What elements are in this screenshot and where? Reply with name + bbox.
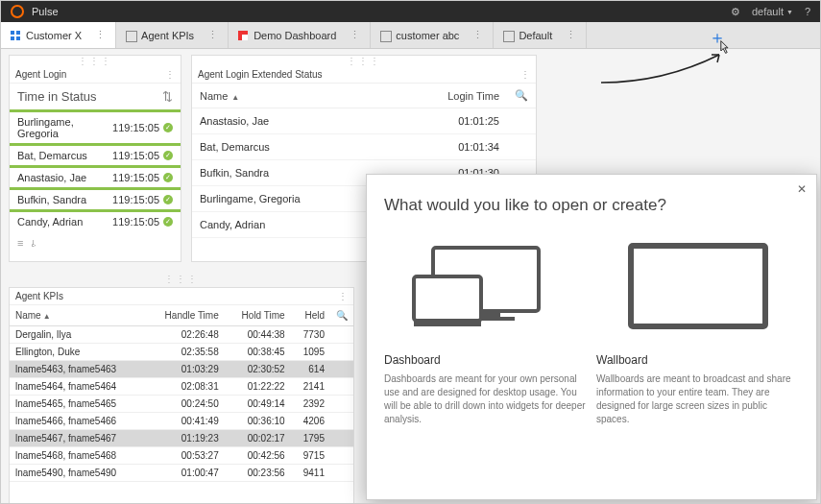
widget-icon <box>126 31 135 40</box>
time-value: 119:15:05 <box>112 172 159 183</box>
cell-name: lname5463, fname5463 <box>10 361 145 378</box>
cell-hold: 00:23:56 <box>225 465 291 482</box>
workspace-name: default <box>752 6 784 17</box>
status-ok-icon: ✓ <box>163 217 173 227</box>
tab-menu-icon[interactable]: ⋮ <box>200 29 218 41</box>
table-row[interactable]: lname5466, fname546600:41:4900:36:104206 <box>10 413 353 430</box>
grid-icon <box>11 31 20 40</box>
dashboard-illustration-icon <box>384 228 587 344</box>
drag-handle-icon[interactable]: ⋮⋮⋮ <box>9 274 354 284</box>
widget-title: Agent Login Extended Status <box>198 69 323 80</box>
tab-customer-abc[interactable]: customer abc ⋮ <box>371 22 494 48</box>
svg-rect-5 <box>631 246 765 326</box>
cell-held: 2392 <box>291 396 330 413</box>
cell-name: lname5490, fname5490 <box>10 465 145 482</box>
search-icon[interactable]: 🔍 <box>330 305 353 326</box>
agent-name: Burlingame, Gregoria <box>17 116 112 139</box>
tab-label: Demo Dashboard <box>254 30 336 41</box>
topbar: Pulse ⚙ default ▼ ? <box>1 1 820 22</box>
settings-gear-icon[interactable]: ⚙ <box>731 6 740 18</box>
help-icon[interactable]: ? <box>805 6 810 17</box>
widget-menu-icon[interactable]: ⋮ <box>520 69 530 80</box>
status-ok-icon: ✓ <box>163 195 173 204</box>
option-desc: Wallboards are meant to broadcast and sh… <box>596 372 799 426</box>
cell-name: lname5468, fname5468 <box>10 447 145 465</box>
time-value: 119:15:05 <box>112 216 159 228</box>
list-item[interactable]: Anastasio, Jae119:15:05✓ <box>10 165 181 187</box>
widget-agent-login: ⋮⋮⋮ Agent Login ⋮ Time in Status ⇅ Burli… <box>9 55 181 262</box>
cell-handle: 00:53:27 <box>145 447 224 465</box>
table-row[interactable]: lname5465, fname546500:24:5000:49:142392 <box>10 396 353 413</box>
cell-handle: 01:03:29 <box>145 361 224 378</box>
cell-held: 1795 <box>291 430 330 447</box>
tab-label: Default <box>519 30 552 41</box>
bars-icon[interactable]: ≡ <box>17 237 23 249</box>
chart-icon[interactable]: ⫰ <box>31 237 36 249</box>
cell-hold: 02:30:52 <box>225 361 291 378</box>
widget-agent-kpis: Agent KPIs ⋮ Name▲ Handle Time Hold Time… <box>9 287 354 504</box>
tab-default[interactable]: Default ⋮ <box>494 22 587 48</box>
time-value: 119:15:05 <box>112 194 159 205</box>
cell-name: lname5465, fname5465 <box>10 396 145 413</box>
col-handle-time[interactable]: Handle Time <box>145 305 224 326</box>
app-name: Pulse <box>32 6 59 17</box>
table-row[interactable]: lname5463, fname546301:03:2902:30:52614 <box>10 361 353 378</box>
widget-menu-icon[interactable]: ⋮ <box>165 69 175 80</box>
tab-menu-icon[interactable]: ⋮ <box>87 29 106 41</box>
table-row[interactable]: lname5464, fname546402:08:3101:22:222141 <box>10 378 353 396</box>
list-item[interactable]: Bat, Demarcus119:15:05✓ <box>10 143 181 165</box>
tab-agent-kpis[interactable]: Agent KPIs ⋮ <box>116 22 229 48</box>
list-item[interactable]: Bufkin, Sandra119:15:05✓ <box>10 187 181 209</box>
drag-handle-icon[interactable]: ⋮⋮⋮ <box>192 56 536 66</box>
table-row[interactable]: lname5490, fname549001:00:4700:23:569411 <box>10 465 353 482</box>
col-name-label: Name <box>200 90 228 102</box>
widget-icon <box>503 31 513 40</box>
tab-menu-icon[interactable]: ⋮ <box>465 29 483 41</box>
agent-name: Bufkin, Sandra <box>17 194 86 205</box>
cell-held: 1095 <box>291 344 330 361</box>
drag-handle-icon[interactable]: ⋮⋮⋮ <box>10 56 181 66</box>
option-dashboard[interactable]: Dashboard Dashboards are meant for your … <box>384 228 587 426</box>
option-wallboard[interactable]: Wallboard Wallboards are meant to broadc… <box>596 228 799 426</box>
workspace-dropdown[interactable]: default ▼ <box>752 6 793 17</box>
col-held[interactable]: Held <box>291 305 330 326</box>
table-row[interactable]: lname5468, fname546800:53:2700:42:569715 <box>10 447 353 465</box>
svg-rect-4 <box>414 321 481 326</box>
table-row[interactable]: lname5467, fname546701:19:2300:02:171795 <box>10 430 353 447</box>
cell-held: 4206 <box>291 413 330 430</box>
table-row[interactable]: Bat, Demarcus01:01:34 <box>192 134 536 160</box>
add-tab-button[interactable]: ＋ <box>709 26 726 49</box>
sort-asc-icon: ▲ <box>43 312 51 321</box>
open-or-create-dialog: ✕ What would you like to open or create?… <box>366 174 817 500</box>
col-hold-time[interactable]: Hold Time <box>225 305 291 326</box>
cell-name: Bat, Demarcus <box>192 134 392 160</box>
tab-customer-x[interactable]: Customer X ⋮ <box>1 22 116 48</box>
tab-menu-icon[interactable]: ⋮ <box>342 29 360 41</box>
cell-hold: 00:02:17 <box>225 430 291 447</box>
chevron-down-icon: ▼ <box>786 9 793 15</box>
tab-label: Agent KPIs <box>141 30 194 41</box>
cell-hold: 00:38:45 <box>225 344 291 361</box>
cell-name: lname5464, fname5464 <box>10 378 145 396</box>
close-icon[interactable]: ✕ <box>797 182 807 196</box>
col-held-label: Held <box>304 310 325 321</box>
table-row[interactable]: Ellington, Duke02:35:5800:38:451095 <box>10 344 353 361</box>
cell-held: 9411 <box>291 465 330 482</box>
cell-login-time: 01:01:25 <box>392 108 507 134</box>
table-row[interactable]: Dergalin, Ilya02:26:4800:44:387730 <box>10 326 353 344</box>
sort-icon[interactable]: ⇅ <box>162 89 173 104</box>
search-icon[interactable]: 🔍 <box>507 84 536 108</box>
cell-handle: 02:26:48 <box>145 326 224 344</box>
table-row[interactable]: Anastasio, Jae01:01:25 <box>192 108 536 134</box>
tab-label: customer abc <box>396 30 459 41</box>
tab-menu-icon[interactable]: ⋮ <box>558 29 576 41</box>
widget-menu-icon[interactable]: ⋮ <box>338 291 348 301</box>
cell-name: Dergalin, Ilya <box>10 326 145 344</box>
tab-demo-dashboard[interactable]: Demo Dashboard ⋮ <box>229 22 371 48</box>
col-name[interactable]: Name▲ <box>192 84 392 108</box>
list-item[interactable]: Burlingame, Gregoria119:15:05✓ <box>10 109 181 143</box>
col-name[interactable]: Name▲ <box>10 305 145 326</box>
wallboard-illustration-icon <box>596 228 799 344</box>
list-item[interactable]: Candy, Adrian119:15:05✓ <box>10 209 181 231</box>
col-login-time[interactable]: Login Time <box>392 84 507 108</box>
